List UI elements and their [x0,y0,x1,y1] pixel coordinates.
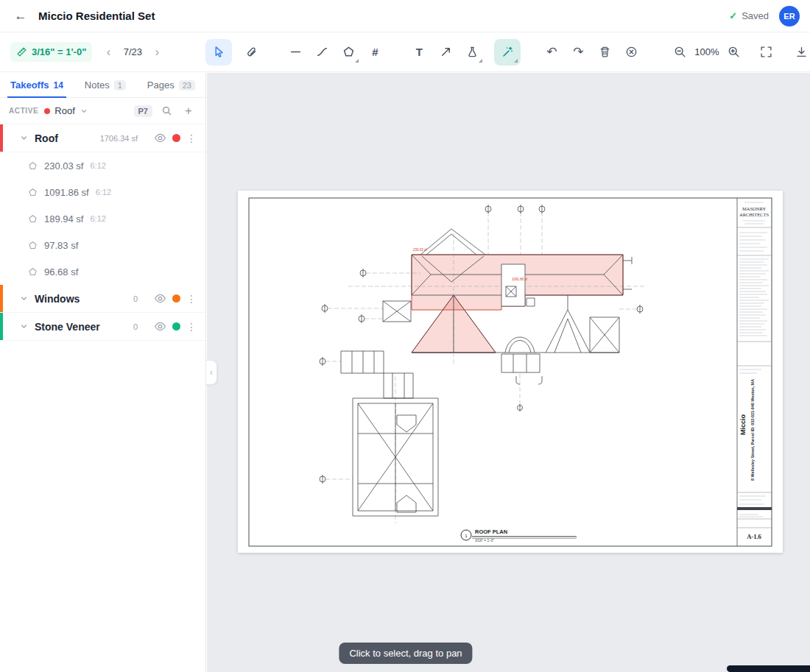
prev-page-button[interactable]: ‹ [101,43,116,61]
cursor-icon [213,46,225,58]
download-button[interactable] [789,39,810,66]
pentagon-icon [28,241,38,250]
scrollbar-thumb[interactable] [727,665,810,672]
group-total: 0 [133,322,138,331]
active-label: ACTIVE [9,107,38,115]
hash-icon: # [372,46,378,58]
color-dot[interactable] [172,134,180,142]
view-number: 1 [465,534,468,538]
group-color-strip [0,285,3,312]
tab-notes[interactable]: Notes 1 [77,73,133,97]
item-area: 1091.86 sf [44,187,89,198]
active-takeoff-select[interactable]: Roof [44,105,127,116]
header: ← Miccio Residential Set ✓ Saved ER [0,0,810,32]
takeoff-item[interactable]: 97.83 sf [0,232,205,258]
next-page-button[interactable]: › [149,43,164,61]
zoom-in-button[interactable] [721,39,747,66]
chevron-down-icon [80,107,88,116]
polygon-tool[interactable] [335,39,362,66]
flask-tool[interactable] [459,39,485,66]
tab-takeoffs[interactable]: Takeoffs 14 [3,73,71,97]
toolbar: 3/16" = 1'-0" ‹ 7/23 › # T ↶ ↷ [0,32,810,72]
titleblock-bar [737,507,772,510]
zoom-level: 100% [694,46,719,57]
eye-icon[interactable] [154,292,166,305]
redo-button[interactable]: ↷ [565,39,591,66]
curve-tool[interactable] [309,39,335,66]
line-tool[interactable] [282,39,309,66]
takeoff-item[interactable]: 1091.86 sf 6:12 [0,179,205,205]
eye-icon[interactable] [154,132,166,144]
view-title: ROOF PLAN [475,528,507,535]
chevron-down-icon[interactable] [19,294,29,303]
color-dot[interactable] [172,322,180,330]
search-icon [161,105,172,116]
delete-button[interactable] [591,39,618,66]
paperclip-icon [245,46,258,58]
takeoff-group-stone-veneer[interactable]: Stone Veneer 0 ⋮ [0,313,205,341]
kebab-menu[interactable]: ⋮ [186,321,197,333]
arrow-tool[interactable] [432,39,459,66]
chevron-down-icon[interactable] [19,133,29,143]
kebab-menu[interactable]: ⋮ [186,293,197,305]
item-pitch: 6:12 [96,188,111,197]
undo-button[interactable]: ↶ [538,39,565,66]
fullscreen-icon [760,46,772,58]
pentagon-icon [28,161,38,171]
drawing-sheet[interactable]: MASONRY ARCHITECTS Miccio 8 Wellesley St… [238,191,783,553]
sidebar: Takeoffs 14 Notes 1 Pages 23 ACTIVE Roof… [0,73,206,672]
search-button[interactable] [158,103,175,119]
back-icon: ← [15,9,27,24]
attach-tool[interactable] [238,39,264,66]
text-tool[interactable]: T [406,39,432,66]
eye-icon[interactable] [154,320,166,333]
deselect-button[interactable] [618,39,644,66]
group-color-strip [0,124,3,152]
architect-name-line2: ARCHITECTS [739,212,769,217]
tab-pages[interactable]: Pages 23 [140,73,202,97]
grid-tool[interactable]: # [362,39,388,66]
avatar[interactable]: ER [779,6,800,26]
add-takeoff-button[interactable]: + [180,103,197,119]
takeoff-group-windows[interactable]: Windows 0 ⋮ [0,285,205,313]
tab-count-badge: 1 [114,80,126,91]
group-name: Roof [35,132,58,144]
zoom-out-button[interactable] [666,39,693,66]
fullscreen-button[interactable] [753,39,780,66]
header-right: ✓ Saved ER [729,6,800,26]
chevron-down-icon[interactable] [19,322,29,331]
kebab-menu[interactable]: ⋮ [186,132,197,144]
flask-icon [466,46,479,58]
sidebar-collapse-handle[interactable]: ‹ [206,360,217,385]
project-address: 8 Wellesley Street, Parcel ID: 032-021-0… [750,379,755,481]
tool-dropdown-caret [479,59,482,63]
color-dot[interactable] [172,294,180,303]
pentagon-icon [342,46,355,58]
zoom-out-icon [674,46,686,58]
takeoff-item[interactable]: 96.68 sf [0,258,205,285]
drawing-canvas[interactable]: MASONRY ARCHITECTS Miccio 8 Wellesley St… [207,73,810,672]
document-title: Miccio Residential Set [38,10,155,22]
item-area: 189.94 sf [44,213,84,224]
group-name: Stone Veneer [35,321,100,333]
select-tool[interactable] [205,39,232,66]
plus-icon: + [185,105,191,118]
takeoff-group-roof[interactable]: Roof 1706.34 sf ⋮ [0,124,205,152]
tool-dropdown-caret [355,59,359,63]
check-icon: ✓ [729,10,737,21]
takeoff-item[interactable]: 230.03 sf 6:12 [0,152,205,179]
item-pitch: 6:12 [91,214,106,223]
group-color-strip [0,313,3,340]
architect-name-line1: MASONRY [742,206,766,211]
magic-wand-tool[interactable] [494,39,521,66]
redo-icon: ↷ [573,44,583,60]
takeoff-item[interactable]: 189.94 sf 6:12 [0,205,205,232]
tab-label: Pages [147,79,175,91]
back-button[interactable]: ← [10,6,31,26]
saved-label: Saved [742,10,769,21]
scale-button[interactable]: 3/16" = 1'-0" [10,42,92,62]
ruler-icon [16,46,27,57]
zoom-in-icon [728,46,740,58]
tool-dropdown-caret [514,59,518,63]
chevron-right-icon: › [155,46,159,59]
